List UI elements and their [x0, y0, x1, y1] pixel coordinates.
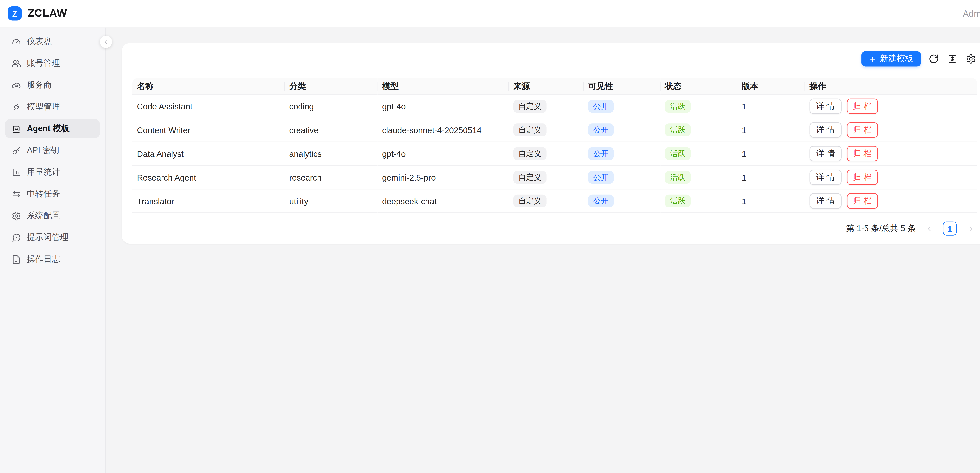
cell-source: 自定义: [509, 166, 584, 190]
settings-button[interactable]: [964, 53, 977, 65]
cell-category: creative: [285, 118, 377, 142]
sidebar-item-label: Agent 模板: [27, 123, 69, 134]
app-viewport: Z ZCLAW Admin 仪表盘账号管理服务商模型管理Agent 模板API …: [0, 0, 980, 473]
visibility-tag: 公开: [588, 171, 614, 184]
detail-button[interactable]: 详 情: [810, 170, 842, 185]
cell-actions: 详 情归 档: [805, 142, 977, 166]
sidebar-item-agent-templates[interactable]: Agent 模板: [5, 119, 100, 138]
table-row: Content Writercreativeclaude-sonnet-4-20…: [132, 118, 977, 142]
refresh-button[interactable]: [927, 53, 940, 65]
cell-status: 活跃: [660, 166, 737, 190]
swap-arrows-icon: [11, 189, 21, 199]
column-header: 操作: [805, 78, 977, 95]
cell-status: 活跃: [660, 142, 737, 166]
cell-version: 1: [737, 95, 805, 118]
sidebar-collapse-button[interactable]: [100, 36, 112, 48]
column-header: 版本: [737, 78, 805, 95]
plug-icon: [11, 102, 21, 112]
pagination: 第 1-5 条/总共 5 条 1: [132, 221, 977, 236]
cell-model: deepseek-chat: [378, 190, 509, 213]
chevron-right-icon: [967, 225, 974, 232]
visibility-tag: 公开: [588, 100, 614, 113]
column-height-icon: [947, 54, 958, 64]
pagination-total: 第 1-5 条/总共 5 条: [846, 223, 916, 234]
archive-button[interactable]: 归 档: [846, 146, 878, 161]
sidebar-item-label: 操作日志: [27, 253, 60, 265]
source-tag: 自定义: [513, 171, 547, 184]
sidebar-item-providers[interactable]: 服务商: [5, 75, 100, 95]
cell-model: gemini-2.5-pro: [378, 166, 509, 190]
cell-actions: 详 情归 档: [805, 190, 977, 213]
chevron-left-icon: [103, 39, 109, 45]
sidebar-item-prompts[interactable]: 提示词管理: [5, 228, 100, 247]
top-header: Z ZCLAW Admin: [0, 0, 980, 27]
sidebar-item-label: 仪表盘: [27, 36, 52, 48]
cell-source: 自定义: [509, 190, 584, 213]
cell-visibility: 公开: [584, 190, 660, 213]
cell-status: 活跃: [660, 95, 737, 118]
cell-model: gpt-4o: [378, 95, 509, 118]
detail-button[interactable]: 详 情: [810, 193, 842, 209]
cell-category: utility: [285, 190, 377, 213]
pagination-next-button[interactable]: [963, 221, 977, 236]
sidebar-item-api-keys[interactable]: API 密钥: [5, 141, 100, 160]
bar-chart-icon: [11, 167, 21, 177]
sidebar-item-label: 模型管理: [27, 101, 60, 113]
archive-button[interactable]: 归 档: [846, 122, 878, 138]
column-height-button[interactable]: [946, 53, 959, 65]
pagination-prev-button[interactable]: [922, 221, 936, 236]
user-menu[interactable]: Admin: [963, 8, 980, 18]
table-row: Code Assistantcodinggpt-4o自定义公开活跃1详 情归 档: [132, 95, 977, 118]
sidebar-menu: 仪表盘账号管理服务商模型管理Agent 模板API 密钥用量统计中转任务系统配置…: [0, 32, 105, 269]
detail-button[interactable]: 详 情: [810, 99, 842, 114]
archive-button[interactable]: 归 档: [846, 170, 878, 185]
agent-templates-card: 新建模板 名称分类模型来源可见性状态版本操作 Code Assistantcod…: [121, 43, 980, 244]
source-tag: 自定义: [513, 195, 547, 207]
column-header: 分类: [285, 78, 377, 95]
sidebar-item-system-config[interactable]: 系统配置: [5, 206, 100, 225]
cell-model: gpt-4o: [378, 142, 509, 166]
sidebar-item-operation-logs[interactable]: 操作日志: [5, 250, 100, 269]
plus-icon: [869, 55, 876, 62]
cell-visibility: 公开: [584, 166, 660, 190]
detail-button[interactable]: 详 情: [810, 146, 842, 161]
sidebar-item-accounts[interactable]: 账号管理: [5, 54, 100, 73]
users-icon: [11, 59, 21, 68]
gear-icon: [11, 211, 21, 221]
cloud-icon: [11, 80, 21, 90]
sidebar-nav: 仪表盘账号管理服务商模型管理Agent 模板API 密钥用量统计中转任务系统配置…: [0, 27, 106, 473]
document-icon: [11, 255, 21, 264]
column-header: 模型: [378, 78, 509, 95]
cell-version: 1: [737, 118, 805, 142]
chat-bubble-icon: [11, 233, 21, 242]
chevron-left-icon: [926, 225, 933, 232]
sidebar-item-label: 系统配置: [27, 210, 60, 221]
archive-button[interactable]: 归 档: [846, 193, 878, 209]
cell-category: analytics: [285, 142, 377, 166]
cell-version: 1: [737, 142, 805, 166]
table-row: Translatorutilitydeepseek-chat自定义公开活跃1详 …: [132, 190, 977, 213]
sidebar-item-label: 账号管理: [27, 57, 60, 69]
sidebar-item-relay-tasks[interactable]: 中转任务: [5, 184, 100, 204]
sidebar-item-usage-stats[interactable]: 用量统计: [5, 162, 100, 182]
sidebar-item-label: API 密钥: [27, 145, 59, 156]
cell-model: claude-sonnet-4-20250514: [378, 118, 509, 142]
brand-logo-letter: Z: [12, 9, 17, 18]
detail-button[interactable]: 详 情: [810, 122, 842, 138]
cell-category: research: [285, 166, 377, 190]
archive-button[interactable]: 归 档: [846, 99, 878, 114]
cell-source: 自定义: [509, 142, 584, 166]
cell-visibility: 公开: [584, 95, 660, 118]
cell-actions: 详 情归 档: [805, 166, 977, 190]
pagination-page-1[interactable]: 1: [943, 221, 957, 236]
templates-table: 名称分类模型来源可见性状态版本操作 Code Assistantcodinggp…: [132, 78, 977, 213]
robot-icon: [11, 124, 21, 134]
brand-title: ZCLAW: [27, 7, 67, 20]
sidebar-item-label: 服务商: [27, 80, 52, 91]
sidebar-item-dashboard[interactable]: 仪表盘: [5, 32, 100, 51]
source-tag: 自定义: [513, 147, 547, 160]
table-row: Data Analystanalyticsgpt-4o自定义公开活跃1详 情归 …: [132, 142, 977, 166]
new-template-button[interactable]: 新建模板: [861, 51, 921, 67]
sidebar-item-models[interactable]: 模型管理: [5, 97, 100, 116]
column-header: 状态: [660, 78, 737, 95]
